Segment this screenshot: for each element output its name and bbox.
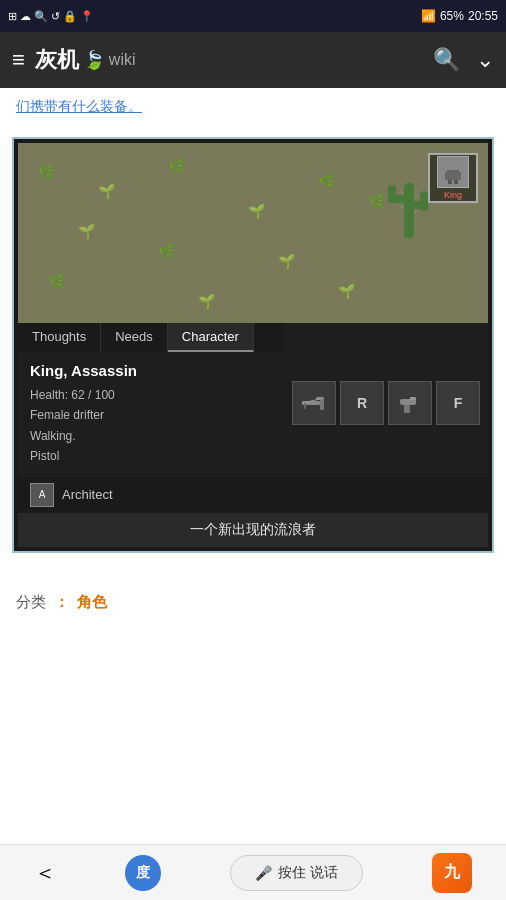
article-link[interactable]: 们携带有什么装备。 [16, 98, 142, 114]
character-sprite [441, 160, 465, 184]
svg-rect-12 [457, 172, 461, 180]
weapon-stat: Pistol [30, 446, 272, 466]
action-stat: Walking. [30, 426, 272, 446]
equip-slot-1 [292, 381, 336, 425]
pistol-icon [396, 389, 424, 417]
game-logo-circle: 九 [432, 853, 472, 893]
tab-character[interactable]: Character [168, 323, 254, 352]
back-button[interactable]: ＜ [34, 858, 56, 888]
svg-line-5 [400, 191, 404, 193]
nav-left: ≡ 灰机 🍃 wiki [12, 45, 136, 75]
svg-rect-9 [449, 162, 457, 170]
svg-line-7 [414, 196, 418, 198]
game-logo-text: 九 [444, 862, 460, 883]
bottom-nav: ＜ 度 🎤 按住 说话 九 [0, 844, 506, 900]
tab-thoughts[interactable]: Thoughts [18, 323, 101, 352]
character-avatar [437, 156, 469, 188]
wiki-label: wiki [109, 51, 136, 69]
equip-slot-r: R [340, 381, 384, 425]
status-bar: ⊞ ☁ 🔍 ↺ 🔒 📍 📶 65% 20:55 [0, 0, 506, 32]
nav-logo[interactable]: 灰机 🍃 wiki [35, 45, 136, 75]
grass-9: 🌿 [48, 273, 65, 289]
svg-rect-23 [410, 400, 416, 402]
logo-text: 灰机 [35, 45, 79, 75]
char-panel-row: Thoughts Needs Character King, Assassin … [18, 323, 488, 477]
article-text: 们携带有什么装备。 [0, 88, 506, 121]
svg-rect-21 [404, 405, 410, 413]
role-stat: Female drifter [30, 405, 272, 425]
health-stat: Health: 62 / 100 [30, 385, 272, 405]
rifle-icon [300, 389, 328, 417]
du-button[interactable]: 度 [125, 855, 161, 891]
grass-2: 🌱 [98, 183, 115, 199]
grass-3: 🌿 [168, 158, 185, 174]
svg-rect-11 [445, 172, 449, 180]
status-right: 📶 65% 20:55 [421, 9, 498, 23]
svg-rect-0 [404, 183, 414, 238]
svg-line-8 [414, 211, 418, 213]
category-link[interactable]: 角色 [77, 593, 107, 612]
svg-line-6 [400, 206, 404, 208]
grass-4: 🌱 [248, 203, 265, 219]
svg-rect-17 [320, 400, 324, 410]
category-colon: ： [54, 593, 69, 612]
dropdown-icon[interactable]: ⌄ [476, 47, 494, 73]
grass-8: 🌱 [278, 253, 295, 269]
hamburger-menu[interactable]: ≡ [12, 47, 25, 73]
equip-slot-f: F [436, 381, 480, 425]
grass-10: 🌱 [198, 293, 215, 309]
category-label: 分类 [16, 593, 46, 612]
grass-6: 🌱 [78, 223, 95, 239]
game-screen: 🌿 🌱 🌿 🌱 🌿 🌱 🌿 🌱 🌿 🌱 🌿 🌱 [18, 143, 488, 513]
search-icon[interactable]: 🔍 [433, 47, 460, 73]
leaf-icon: 🍃 [83, 49, 105, 71]
grass-12: 🌱 [338, 283, 355, 299]
screenshot-container: 🌿 🌱 🌿 🌱 🌿 🌱 🌿 🌱 🌿 🌱 🌿 🌱 [12, 137, 494, 553]
game-bottom-bar: A Architect [18, 477, 488, 513]
equipment-row: R F [292, 381, 480, 425]
top-nav: ≡ 灰机 🍃 wiki 🔍 ⌄ [0, 32, 506, 88]
screenshot-caption: 一个新出现的流浪者 [18, 513, 488, 547]
character-panel: Thoughts Needs Character King, Assassin … [18, 323, 284, 477]
architect-label: Architect [62, 487, 113, 502]
nav-right: 🔍 ⌄ [433, 47, 494, 73]
game-logo[interactable]: 九 [432, 853, 472, 893]
svg-rect-18 [304, 403, 306, 409]
content-area: 们携带有什么装备。 🌿 🌱 🌿 🌱 🌿 🌱 🌿 🌱 🌿 🌱 🌿 🌱 [0, 88, 506, 844]
character-icon-box: King [428, 153, 478, 203]
character-name: King, Assassin [30, 362, 272, 379]
battery-text: 65% [440, 9, 464, 23]
status-left: ⊞ ☁ 🔍 ↺ 🔒 📍 [8, 10, 94, 23]
mic-label: 按住 说话 [278, 864, 338, 882]
grass-7: 🌿 [158, 243, 175, 259]
character-info: King, Assassin Health: 62 / 100 Female d… [18, 352, 284, 477]
mic-button[interactable]: 🎤 按住 说话 [230, 855, 363, 891]
game-map: 🌿 🌱 🌿 🌱 🌿 🌱 🌿 🌱 🌿 🌱 🌿 🌱 [18, 143, 488, 323]
char-tabs: Thoughts Needs Character [18, 323, 284, 352]
architect-icon: A [30, 483, 54, 507]
svg-rect-2 [388, 185, 396, 203]
grass-1: 🌿 [38, 163, 55, 179]
svg-rect-14 [454, 180, 458, 184]
signal-icon: 📶 [421, 9, 436, 23]
character-stats: Health: 62 / 100 Female drifter Walking.… [30, 385, 272, 467]
svg-rect-13 [448, 180, 452, 184]
equipment-area: R F [284, 323, 488, 477]
category-section: 分类 ： 角色 [0, 569, 506, 620]
equip-slot-2 [388, 381, 432, 425]
time-text: 20:55 [468, 9, 498, 23]
grass-5: 🌿 [318, 173, 335, 189]
mic-icon: 🎤 [255, 865, 272, 881]
svg-rect-4 [420, 191, 428, 211]
tab-needs[interactable]: Needs [101, 323, 168, 352]
svg-rect-22 [410, 397, 416, 400]
king-label: King [444, 190, 462, 200]
app-icons: ⊞ ☁ 🔍 ↺ 🔒 📍 [8, 10, 94, 23]
